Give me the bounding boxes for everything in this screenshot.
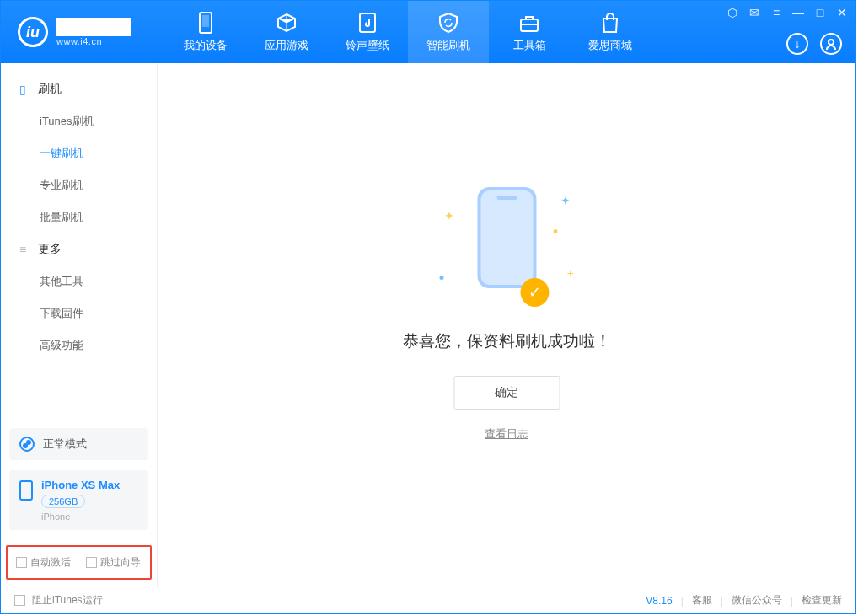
- checkbox-icon[interactable]: [16, 557, 27, 568]
- sparkle-icon: +: [567, 266, 574, 280]
- device-card[interactable]: iPhone XS Max 256GB iPhone: [9, 470, 148, 530]
- close-button[interactable]: ✕: [835, 6, 849, 19]
- nav-my-device[interactable]: 我的设备: [165, 1, 246, 63]
- version-label: V8.16: [646, 595, 672, 607]
- nav-apps[interactable]: 应用游戏: [246, 1, 327, 63]
- checkbox-icon[interactable]: [14, 595, 25, 606]
- sidebar-item-download-fw[interactable]: 下载固件: [1, 297, 157, 329]
- nav-label: 工具箱: [513, 38, 546, 53]
- separator: |: [791, 595, 793, 607]
- maximize-button[interactable]: □: [813, 6, 827, 19]
- list-icon: ≡: [16, 243, 29, 256]
- phone-outline-icon: ▯: [16, 83, 29, 96]
- view-log-link[interactable]: 查看日志: [403, 426, 611, 442]
- success-check-icon: ✓: [520, 278, 549, 307]
- device-capacity: 256GB: [41, 495, 85, 508]
- success-message: 恭喜您，保资料刷机成功啦！: [403, 330, 611, 352]
- auto-activate-label: 自动激活: [30, 556, 71, 568]
- device-phone-icon: [19, 480, 33, 501]
- svg-point-5: [829, 40, 834, 45]
- success-illustration: ✦ ✦ + ✓: [439, 187, 574, 305]
- skip-guide-option[interactable]: 跳过向导: [86, 555, 141, 570]
- highlight-box: 自动激活 跳过向导: [6, 545, 152, 580]
- support-link[interactable]: 客服: [692, 593, 712, 608]
- main-content: ✦ ✦ + ✓ 恭喜您，保资料刷机成功啦！ 确定 查看日志: [158, 63, 855, 587]
- feedback-icon[interactable]: ✉: [748, 6, 761, 19]
- side-group-title: 更多: [38, 242, 62, 257]
- logo[interactable]: iu 爱思助手 www.i4.cn: [1, 1, 165, 63]
- status-bar: 阻止iTunes运行 V8.16 | 客服 | 微信公众号 | 检查更新: [1, 587, 855, 613]
- svg-rect-1: [202, 15, 209, 27]
- header-right-icons: ↓: [786, 33, 842, 55]
- skip-guide-label: 跳过向导: [100, 556, 141, 568]
- mode-label: 正常模式: [43, 437, 87, 452]
- device-name: iPhone XS Max: [41, 479, 120, 491]
- top-nav: 我的设备 应用游戏 铃声壁纸 智能刷机 工具箱 爱思商城: [165, 1, 651, 63]
- side-group-flash: ▯ 刷机: [1, 73, 157, 105]
- block-itunes-label[interactable]: 阻止iTunes运行: [32, 593, 103, 608]
- user-icon[interactable]: [820, 33, 842, 55]
- sidebar-item-pro-flash[interactable]: 专业刷机: [1, 169, 157, 201]
- app-domain: www.i4.cn: [56, 36, 131, 46]
- logo-icon: iu: [18, 17, 48, 47]
- sidebar-item-other-tools[interactable]: 其他工具: [1, 265, 157, 297]
- mode-card[interactable]: 正常模式: [9, 428, 148, 460]
- wechat-link[interactable]: 微信公众号: [732, 593, 782, 608]
- shirt-icon[interactable]: ⬡: [726, 6, 739, 19]
- nav-label: 应用游戏: [265, 38, 308, 53]
- sidebar-item-oneclick-flash[interactable]: 一键刷机: [1, 137, 157, 169]
- phone-icon: [194, 11, 217, 35]
- window-controls: ⬡ ✉ ≡ — □ ✕: [726, 6, 849, 19]
- dot-icon: [553, 229, 557, 233]
- menu-icon[interactable]: ≡: [770, 6, 783, 19]
- phone-illustration: [477, 187, 536, 288]
- nav-label: 爱思商城: [588, 38, 632, 53]
- toolbox-icon: [517, 11, 541, 35]
- sidebar-item-batch-flash[interactable]: 批量刷机: [1, 201, 157, 233]
- nav-toolbox[interactable]: 工具箱: [489, 1, 570, 63]
- side-group-more: ≡ 更多: [1, 233, 157, 265]
- sidebar-item-advanced[interactable]: 高级功能: [1, 329, 157, 362]
- nav-store[interactable]: 爱思商城: [570, 1, 651, 63]
- ok-button[interactable]: 确定: [453, 376, 560, 410]
- checkbox-icon[interactable]: [86, 557, 97, 568]
- device-text: iPhone XS Max 256GB iPhone: [41, 479, 120, 522]
- minimize-button[interactable]: —: [791, 6, 805, 19]
- separator: |: [681, 595, 684, 607]
- nav-label: 我的设备: [184, 38, 228, 53]
- logo-text: 爱思助手 www.i4.cn: [56, 18, 131, 46]
- download-icon[interactable]: ↓: [786, 33, 808, 55]
- music-file-icon: [356, 11, 379, 35]
- nav-label: 铃声壁纸: [346, 38, 389, 53]
- title-bar: iu 爱思助手 www.i4.cn 我的设备 应用游戏 铃声壁纸 智能刷机: [1, 1, 855, 63]
- app-name: 爱思助手: [56, 18, 131, 36]
- nav-ringtone[interactable]: 铃声壁纸: [327, 1, 408, 63]
- dot-icon: [439, 276, 443, 280]
- refresh-shield-icon: [437, 11, 460, 35]
- cube-icon: [275, 11, 298, 35]
- device-kind: iPhone: [41, 512, 120, 522]
- sparkle-icon: ✦: [444, 209, 454, 222]
- sidebar-item-itunes-flash[interactable]: iTunes刷机: [1, 105, 157, 137]
- auto-activate-option[interactable]: 自动激活: [16, 555, 71, 570]
- nav-flash[interactable]: 智能刷机: [408, 1, 489, 63]
- bag-icon: [598, 11, 622, 35]
- sidebar: ▯ 刷机 iTunes刷机 一键刷机 专业刷机 批量刷机 ≡ 更多 其他工具 下…: [1, 63, 158, 587]
- nav-label: 智能刷机: [426, 38, 470, 53]
- mode-icon: [19, 437, 35, 452]
- check-update-link[interactable]: 检查更新: [802, 593, 842, 608]
- side-group-title: 刷机: [38, 82, 62, 97]
- sparkle-icon: ✦: [560, 194, 571, 207]
- separator: |: [721, 595, 723, 607]
